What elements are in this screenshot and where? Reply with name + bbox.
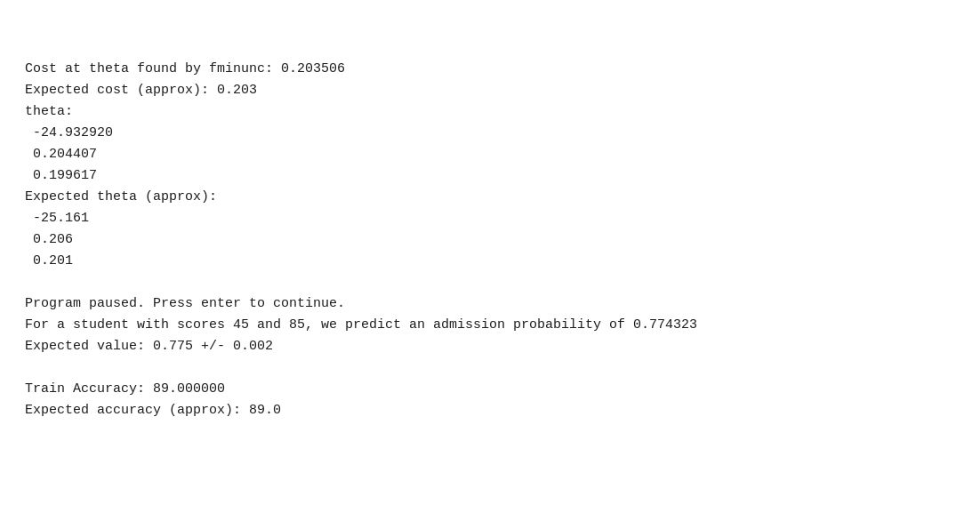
spacer1 <box>25 272 955 293</box>
line7: Expected theta (approx): <box>25 187 955 208</box>
line10: 0.201 <box>25 251 955 272</box>
output-block: Cost at theta found by fminunc: 0.203506… <box>25 16 955 421</box>
line9: 0.206 <box>25 229 955 251</box>
line14: Train Accuracy: 89.000000 <box>25 379 955 400</box>
line13: Expected value: 0.775 +/- 0.002 <box>25 336 955 357</box>
line6: 0.199617 <box>25 165 955 187</box>
line3: theta: <box>25 101 955 123</box>
line12: For a student with scores 45 and 85, we … <box>25 315 955 336</box>
line11: Program paused. Press enter to continue. <box>25 293 955 315</box>
line2: Expected cost (approx): 0.203 <box>25 80 955 101</box>
line15: Expected accuracy (approx): 89.0 <box>25 400 955 421</box>
spacer2 <box>25 357 955 379</box>
line8: -25.161 <box>25 208 955 229</box>
line1: Cost at theta found by fminunc: 0.203506 <box>25 59 955 80</box>
line4: -24.932920 <box>25 123 955 144</box>
line5: 0.204407 <box>25 144 955 165</box>
terminal-output: Cost at theta found by fminunc: 0.203506… <box>0 0 980 513</box>
